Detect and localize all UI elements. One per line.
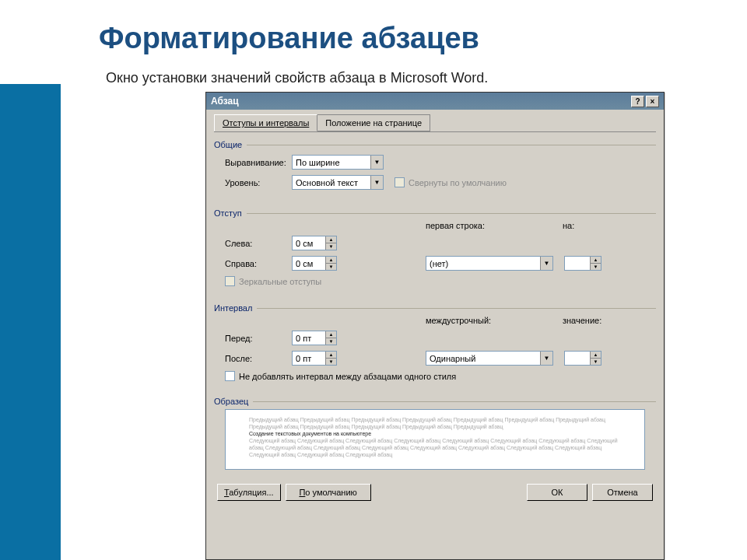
preview-prev-text: Предыдущий абзац Предыдущий абзац Предыд… (249, 416, 621, 430)
align-label: Выравнивание: (225, 158, 292, 167)
chevron-up-icon: ▲ (590, 257, 601, 264)
titlebar: Абзац ? × (206, 93, 664, 110)
left-spinbox[interactable]: 0 см ▲▼ (292, 236, 337, 250)
slide-sidebar (0, 84, 61, 560)
before-spinbox[interactable]: 0 пт ▲▼ (292, 331, 337, 345)
chevron-down-icon: ▼ (370, 176, 383, 189)
close-button[interactable]: × (646, 96, 659, 107)
preview-box: Предыдущий абзац Предыдущий абзац Предыд… (225, 409, 645, 470)
mirror-checkbox (225, 276, 235, 286)
noadd-label: Не добавлять интервал между абзацами одн… (239, 372, 456, 381)
chevron-up-icon: ▲ (325, 352, 336, 359)
linespacing-combo[interactable]: Одинарный ▼ (426, 351, 553, 366)
help-button[interactable]: ? (631, 96, 644, 107)
linespacing-label: междустрочный: (426, 316, 563, 325)
level-combo[interactable]: Основной текст ▼ (292, 175, 384, 190)
before-value: 0 пт (296, 334, 311, 343)
chevron-up-icon: ▲ (325, 331, 336, 338)
tabs-button-suffix: абуляция... (229, 488, 273, 497)
chevron-down-icon: ▼ (370, 156, 383, 169)
chevron-down-icon: ▼ (325, 338, 336, 345)
value-label: значение: (563, 316, 601, 325)
dialog-title: Абзац (211, 96, 630, 107)
preview-current-text: Создание текстовых документов на компьют… (249, 430, 621, 437)
chevron-down-icon: ▼ (325, 264, 336, 270)
mirror-label: Зеркальные отступы (239, 277, 321, 286)
slide-title: Форматирование абзацев (99, 22, 479, 55)
default-button-suffix: о умолчанию (305, 488, 356, 497)
by-spinbox[interactable]: ▲▼ (564, 256, 601, 271)
ok-button[interactable]: ОК (527, 484, 587, 501)
before-label: Перед: (225, 334, 292, 343)
preview-next-text: Следующий абзац Следующий абзац Следующи… (249, 437, 621, 458)
group-interval: Интервал (214, 303, 656, 313)
linespacing-value: Одинарный (430, 354, 475, 363)
tabs-button[interactable]: Табуляция... (217, 484, 281, 501)
slide-subtitle: Окно установки значений свойств абзаца в… (106, 70, 488, 86)
tabs: Отступы и интервалы Положение на страниц… (214, 114, 656, 132)
firstline-value: (нет) (430, 259, 448, 268)
chevron-down-icon: ▼ (590, 264, 601, 270)
group-general: Общие (214, 140, 656, 149)
noadd-checkbox[interactable] (225, 371, 235, 381)
collapse-checkbox (395, 177, 405, 187)
level-value: Основной текст (296, 178, 358, 187)
left-value: 0 см (296, 239, 313, 248)
by-label: на: (563, 221, 574, 230)
right-spinbox[interactable]: 0 см ▲▼ (292, 256, 337, 271)
align-value: По ширине (296, 158, 340, 167)
tab-position[interactable]: Положение на странице (317, 114, 430, 131)
firstline-label: первая строка: (426, 221, 563, 230)
cancel-button[interactable]: Отмена (592, 484, 653, 501)
after-spinbox[interactable]: 0 пт ▲▼ (292, 351, 337, 366)
chevron-up-icon: ▲ (325, 257, 336, 264)
group-indent: Отступ (214, 208, 656, 218)
chevron-down-icon: ▼ (325, 243, 336, 250)
value-spinbox[interactable]: ▲▼ (564, 351, 601, 366)
tab-indents-label: Отступы и интервалы (223, 118, 309, 128)
chevron-down-icon: ▼ (325, 359, 336, 365)
left-label: Слева: (225, 239, 292, 248)
paragraph-dialog: Абзац ? × Отступы и интервалы Положение … (205, 92, 665, 560)
chevron-down-icon: ▼ (540, 352, 552, 365)
after-value: 0 пт (296, 354, 311, 363)
chevron-down-icon: ▼ (590, 359, 601, 365)
collapse-label: Свернуты по умолчанию (409, 178, 507, 187)
group-preview: Образец (214, 397, 656, 406)
chevron-up-icon: ▲ (325, 236, 336, 243)
default-button[interactable]: По умолчанию (286, 484, 371, 501)
level-label: Уровень: (225, 178, 292, 187)
tab-indents[interactable]: Отступы и интервалы (214, 114, 317, 131)
chevron-up-icon: ▲ (590, 352, 601, 359)
firstline-combo[interactable]: (нет) ▼ (426, 256, 553, 271)
align-combo[interactable]: По ширине ▼ (292, 155, 384, 170)
right-label: Справа: (225, 259, 292, 268)
right-value: 0 см (296, 259, 313, 268)
after-label: После: (225, 354, 292, 363)
tab-position-label: Положение на странице (325, 118, 422, 128)
chevron-down-icon: ▼ (540, 257, 552, 270)
